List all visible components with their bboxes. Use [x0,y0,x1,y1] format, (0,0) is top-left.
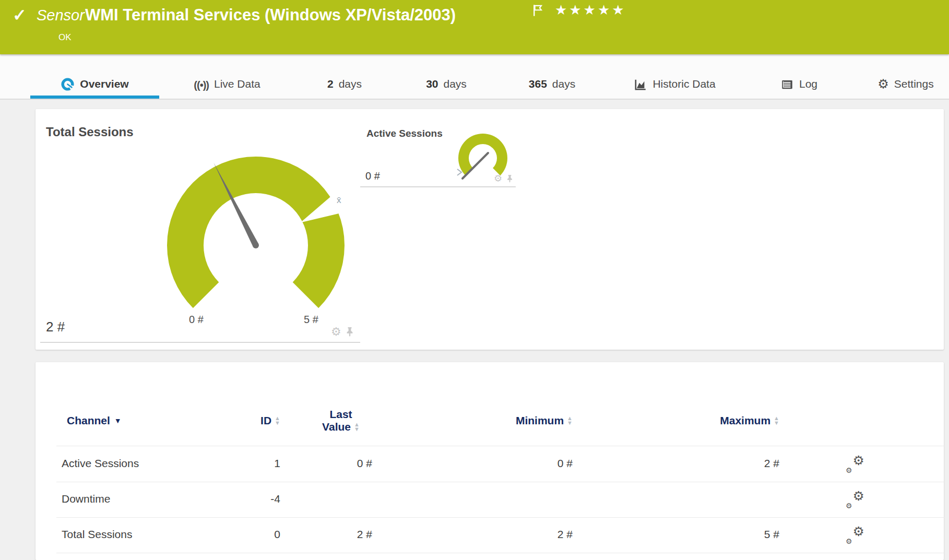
total-sessions-value: 2 # [46,319,65,335]
column-header-last-value[interactable]: Last Value ▲▼ [304,408,377,433]
priority-stars[interactable]: ★★★★★ [555,2,626,18]
tab-bar: Overview ((•)) Live Data 2 days 30 days … [0,54,949,100]
sort-descending-icon: ▼ [114,416,122,425]
total-sessions-max-label: 5 # [295,314,327,326]
channel-gear-icon[interactable]: ⚙ [494,174,502,183]
channel-pin-icon[interactable] [506,174,513,183]
channel-last-value: 0 # [310,457,372,470]
column-header-minimum[interactable]: Minimum ▲▼ [489,414,573,427]
tab-live-data-label: Live Data [214,78,260,90]
channel-settings-gears-icon[interactable]: ⚙⚙ [846,526,864,544]
table-header-divider [56,446,944,446]
tab-30-days-label: days [444,78,467,90]
tab-log[interactable]: Log [772,54,826,99]
sort-arrows-icon: ▲▼ [275,416,280,425]
settings-gear-icon: ⚙ [877,77,889,91]
column-header-maximum-label: Maximum [720,414,770,427]
tab-live-data[interactable]: ((•)) Live Data [183,54,271,99]
column-header-minimum-label: Minimum [516,414,564,427]
table-row-divider [56,553,944,553]
live-data-icon: ((•)) [194,79,209,91]
tab-30-days-number: 30 [426,78,438,90]
gauges-panel: Total Sessions x̄ 0 # 5 # 2 # ⚙ Active S… [35,109,944,350]
active-sessions-underline [360,186,516,187]
channel-id: 0 [218,528,280,541]
active-sessions-value: 0 # [365,170,380,182]
tab-365-days[interactable]: 365 days [514,54,590,99]
channel-minimum: 0 # [500,457,573,470]
gauge-arc [458,134,507,175]
tab-2-days-label: days [339,78,362,90]
channel-name[interactable]: Downtime [62,493,110,505]
active-sessions-gauge-title: Active Sessions [366,128,443,139]
sensor-status-header: ✓ Sensor WMI Terminal Services (Windows … [0,0,949,54]
tab-30-days[interactable]: 30 days [412,54,480,99]
sensor-title: WMI Terminal Services (Windows XP/Vista/… [85,6,456,25]
sort-arrows-icon: ▲▼ [567,416,573,425]
gauge-arc [167,157,345,308]
column-header-channel-label: Channel [67,414,110,427]
column-header-id[interactable]: ID ▲▼ [218,414,280,427]
table-row-divider [56,482,944,482]
priority-flag-icon[interactable] [532,4,544,19]
channels-table-panel: Channel ▼ ID ▲▼ Last Value ▲▼ Minimum ▲▼… [35,362,944,560]
channel-settings-gears-icon[interactable]: ⚙⚙ [846,455,864,473]
total-sessions-underline [40,342,360,343]
tab-overview[interactable]: Overview [30,54,159,99]
channel-maximum: 5 # [706,528,779,541]
tab-2-days-number: 2 [327,78,334,90]
tab-overview-label: Overview [80,78,128,90]
total-sessions-channel-actions: ⚙ [331,326,354,338]
channel-maximum: 2 # [706,457,779,470]
area-chart-icon [634,78,647,91]
channel-last-value: 2 # [310,528,372,541]
gauge-icon [61,77,75,91]
active-tab-indicator [30,96,159,99]
total-sessions-min-label: 0 # [181,314,212,326]
channel-id: 1 [218,457,280,470]
column-header-channel[interactable]: Channel ▼ [67,414,122,427]
channel-name[interactable]: Active Sessions [62,457,139,470]
gauge-average-marker [457,169,461,175]
column-header-id-label: ID [260,414,271,427]
sensor-status-text: OK [58,32,72,43]
gauge-needle-hub [253,242,259,248]
tab-log-label: Log [799,78,817,90]
tab-365-days-label: days [552,78,575,90]
tab-historic-data-label: Historic Data [653,78,715,90]
log-list-icon [780,78,794,91]
column-header-last-label: Last [329,408,352,421]
object-kind-label: Sensor [37,7,85,24]
channel-name[interactable]: Total Sessions [62,528,132,541]
tab-historic-data[interactable]: Historic Data [619,54,731,99]
column-header-value-label: Value [322,421,351,433]
channel-gear-icon[interactable]: ⚙ [331,326,341,338]
total-sessions-gauge [162,151,350,339]
channel-id: -4 [218,493,280,505]
tab-settings[interactable]: ⚙ Settings [867,54,945,99]
column-header-maximum[interactable]: Maximum ▲▼ [696,414,779,427]
status-check-icon: ✓ [13,5,27,25]
average-marker-label: x̄ [337,195,341,206]
channel-settings-gears-icon[interactable]: ⚙⚙ [846,491,864,508]
sort-arrows-icon: ▲▼ [774,416,779,425]
sort-arrows-icon: ▲▼ [354,422,360,432]
tab-settings-label: Settings [894,78,934,90]
channel-pin-icon[interactable] [346,327,354,337]
tab-2-days[interactable]: 2 days [313,54,376,99]
total-sessions-gauge-title: Total Sessions [46,125,134,139]
active-sessions-channel-actions: ⚙ [494,174,513,183]
channel-minimum: 2 # [500,528,573,541]
tab-365-days-number: 365 [529,78,547,90]
table-row-divider [56,517,944,518]
